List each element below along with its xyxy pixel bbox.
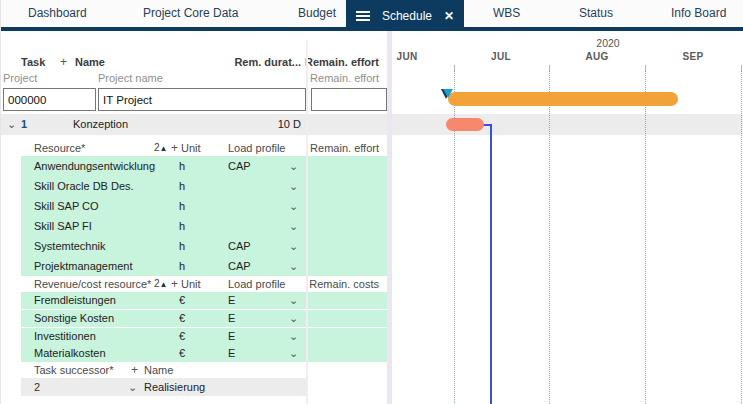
cost-resource-name: Investitionen	[34, 328, 96, 345]
successor-number: 2	[34, 378, 40, 396]
task-number: 1	[21, 114, 27, 135]
cost-resource-header-label: Revenue/cost resource*	[34, 276, 151, 292]
cost-resource-load-profile: E	[228, 328, 235, 345]
tab-budget[interactable]: Budget	[298, 0, 336, 27]
column-separator	[306, 40, 308, 404]
resource-load-profile: CAP	[228, 156, 251, 176]
task-row-konzeption[interactable]: ⌄ 1 Konzeption 10 D	[1, 114, 387, 135]
tab-wbs[interactable]: WBS	[493, 0, 520, 27]
col-remain-effort-label: Remain. effort	[301, 55, 379, 70]
cost-resource-unit: €	[179, 328, 185, 345]
dropdown-icon[interactable]: ⌄	[289, 310, 298, 327]
dropdown-icon[interactable]: ⌄	[289, 236, 298, 256]
successor-name: Realisierung	[144, 378, 205, 396]
load-profile-header-label: Load profile	[228, 140, 286, 156]
resource-unit: h	[179, 236, 185, 256]
cost-resource-load-profile: E	[228, 345, 235, 362]
col-name-label: Name	[75, 55, 105, 70]
gantt-month-label: SEP	[678, 51, 708, 62]
add-resource-button[interactable]: +	[171, 140, 178, 156]
tab-schedule-label: Schedule	[382, 9, 432, 23]
dropdown-icon[interactable]: ⌄	[289, 216, 298, 236]
chevron-down-icon[interactable]: ⌄	[7, 114, 16, 135]
col-task-label: Task	[21, 55, 45, 70]
project-gantt-bar[interactable]	[448, 92, 678, 106]
cost-resource-row[interactable]: Materialkosten € E ⌄	[21, 345, 387, 362]
resource-unit: h	[179, 156, 185, 176]
resource-name: Skill SAP FI	[34, 216, 92, 236]
resource-load-profile: CAP	[228, 256, 251, 276]
resource-unit: h	[179, 176, 185, 196]
resource-row[interactable]: Skill Oracle DB Des. h ⌄	[21, 176, 387, 196]
project-id-input[interactable]	[3, 88, 96, 111]
gridline	[549, 70, 550, 404]
resource-row[interactable]: Projektmanagement h CAP ⌄	[21, 256, 387, 276]
dropdown-icon[interactable]: ⌄	[128, 378, 137, 396]
remain-effort-sublabel: Remain. effort	[301, 71, 379, 86]
load-profile-header-label: Load profile	[228, 276, 286, 292]
dropdown-icon[interactable]: ⌄	[289, 256, 298, 276]
unit-header-label: Unit	[181, 276, 201, 292]
dropdown-icon[interactable]: ⌄	[289, 328, 298, 345]
gantt-chart: 2020 JUN JUL AUG SEP	[392, 31, 743, 404]
tab-project-core-data[interactable]: Project Core Data	[143, 0, 238, 27]
remain-effort-header-label: Remain. effort	[301, 140, 379, 156]
successor-name-header-label: Name	[144, 362, 173, 378]
table-header-row: Task + Name Rem. durat... Remain. effort	[1, 55, 387, 70]
resource-name: Skill SAP CO	[34, 196, 99, 216]
dropdown-icon[interactable]: ⌄	[289, 156, 298, 176]
close-icon[interactable]: ✕	[444, 9, 454, 23]
sort-asc-icon[interactable]: 2▲	[154, 276, 167, 293]
gantt-month-label: JUL	[486, 51, 516, 62]
resource-row[interactable]: Skill SAP CO h ⌄	[21, 196, 387, 216]
sort-asc-icon[interactable]: 2▲	[154, 140, 167, 157]
task-successor-header-row: Task successor* + Name	[1, 362, 387, 378]
resource-name: Skill Oracle DB Des.	[34, 176, 134, 196]
tab-dashboard[interactable]: Dashboard	[28, 0, 87, 27]
menu-icon[interactable]	[356, 11, 370, 21]
cost-resource-unit: €	[179, 345, 185, 362]
tab-status[interactable]: Status	[579, 0, 613, 27]
resource-row[interactable]: Skill SAP FI h ⌄	[21, 216, 387, 236]
tab-info-board[interactable]: Info Board	[671, 0, 726, 27]
cost-resource-name: Sonstige Kosten	[34, 310, 114, 327]
resource-load-profile: CAP	[228, 236, 251, 256]
resource-row[interactable]: Systemtechnik h CAP ⌄	[21, 236, 387, 256]
dropdown-icon[interactable]: ⌄	[289, 345, 298, 362]
task-gantt-bar-konzeption[interactable]	[446, 118, 484, 131]
resource-row[interactable]: Anwendungsentwicklung h CAP ⌄	[21, 156, 387, 176]
cost-resource-header-row: Revenue/cost resource* 2▲ + Unit Load pr…	[1, 276, 387, 292]
cost-resource-load-profile: E	[228, 292, 235, 309]
cost-resource-row[interactable]: Investitionen € E ⌄	[21, 328, 387, 345]
gantt-year-label: 2020	[588, 37, 628, 49]
milestone-marker-icon[interactable]	[443, 89, 453, 98]
gridline	[645, 70, 646, 404]
task-rem-duration: 10 D	[211, 114, 301, 135]
schedule-window: Dashboard Project Core Data Budget WBS S…	[0, 0, 743, 404]
table-subheader-row: Project Project name Remain. effort	[1, 71, 387, 86]
gridline	[741, 70, 742, 404]
cost-resource-row[interactable]: Fremdleistungen € E ⌄	[21, 292, 387, 309]
resource-name: Projektmanagement	[34, 256, 132, 276]
cost-resource-name: Materialkosten	[34, 345, 106, 362]
resource-unit: h	[179, 196, 185, 216]
project-remain-effort-input[interactable]	[311, 88, 387, 111]
add-successor-button[interactable]: +	[131, 362, 138, 378]
dependency-connector	[490, 124, 492, 404]
task-name: Konzeption	[73, 114, 128, 135]
dropdown-icon[interactable]: ⌄	[289, 292, 298, 309]
dropdown-icon[interactable]: ⌄	[289, 176, 298, 196]
resource-header-label: Resource*	[34, 140, 85, 156]
cost-resource-name: Fremdleistungen	[34, 292, 116, 309]
cost-resource-unit: €	[179, 292, 185, 309]
gantt-month-label: AUG	[582, 51, 612, 62]
add-cost-resource-button[interactable]: +	[171, 276, 178, 292]
cost-resource-row[interactable]: Sonstige Kosten € E ⌄	[21, 310, 387, 327]
add-task-button[interactable]: +	[60, 55, 67, 70]
remain-costs-header-label: Remain. costs	[301, 276, 379, 292]
project-name-input[interactable]	[98, 88, 306, 111]
resource-name: Anwendungsentwicklung	[34, 156, 155, 176]
gantt-month-label: JUN	[392, 51, 422, 62]
dropdown-icon[interactable]: ⌄	[289, 196, 298, 216]
task-successor-row[interactable]: 2 ⌄ Realisierung	[21, 378, 306, 396]
